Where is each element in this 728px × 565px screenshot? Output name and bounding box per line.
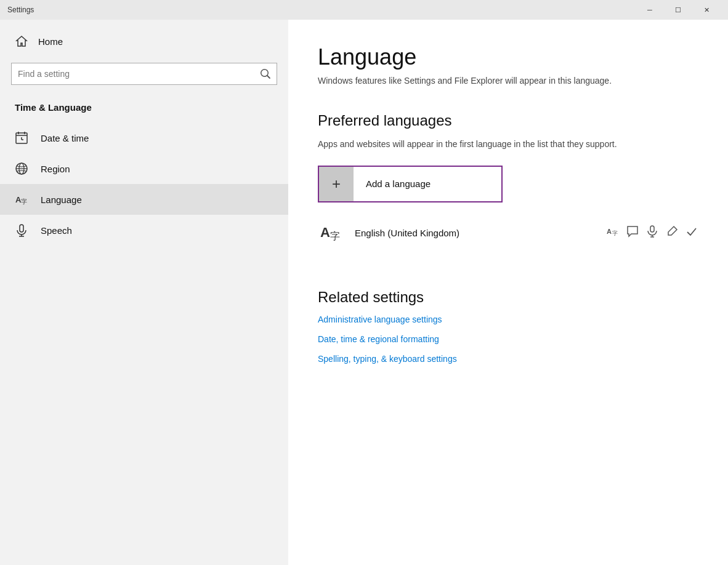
maximize-button[interactable]: ☐	[664, 0, 692, 20]
language-item-name: English (United Kingdom)	[355, 228, 596, 238]
preferred-languages-heading: Preferred languages	[318, 112, 698, 129]
sidebar-item-date-time[interactable]: Date & time	[0, 122, 288, 153]
lang-badge-check	[685, 225, 698, 241]
title-bar: Settings ─ ☐ ✕	[0, 0, 728, 20]
preferred-languages-desc: Apps and websites will appear in the fir…	[318, 138, 698, 151]
svg-text:A: A	[320, 225, 330, 240]
home-icon	[15, 34, 28, 48]
add-language-plus-icon: +	[319, 167, 354, 201]
sidebar-item-language[interactable]: A 字 Language	[0, 184, 288, 215]
home-label: Home	[38, 36, 63, 47]
language-item-icon: A 字	[318, 220, 345, 247]
svg-text:字: 字	[330, 231, 340, 241]
page-title: Language	[318, 44, 698, 70]
sidebar-home-item[interactable]: Home	[0, 25, 288, 58]
lang-badge-keyboard	[665, 225, 679, 241]
region-icon	[15, 162, 28, 175]
related-link-admin[interactable]: Administrative language settings	[318, 315, 698, 324]
region-label: Region	[41, 164, 70, 174]
svg-text:A: A	[607, 228, 612, 235]
sidebar-item-region[interactable]: Region	[0, 153, 288, 184]
sidebar-section-title: Time & Language	[0, 95, 288, 122]
close-button[interactable]: ✕	[692, 0, 721, 20]
add-language-label: Add a language	[354, 178, 443, 189]
lang-badge-speech	[626, 225, 639, 241]
related-link-spelling[interactable]: Spelling, typing, & keyboard settings	[318, 354, 698, 364]
search-input[interactable]	[18, 69, 256, 79]
svg-text:字: 字	[612, 230, 618, 236]
related-settings-section: Related settings Administrative language…	[318, 289, 698, 364]
sidebar-item-speech[interactable]: Speech	[0, 215, 288, 246]
date-time-label: Date & time	[41, 133, 89, 143]
svg-rect-18	[650, 226, 654, 232]
language-label: Language	[41, 194, 82, 205]
related-settings-heading: Related settings	[318, 289, 698, 306]
language-icon: A 字	[15, 193, 28, 206]
speech-label: Speech	[41, 225, 72, 236]
search-icon	[261, 69, 270, 79]
app-title: Settings	[7, 6, 34, 14]
add-language-button[interactable]: + Add a language	[318, 166, 503, 202]
date-time-icon	[15, 131, 28, 145]
app-body: Home Time & Language Dat	[0, 20, 728, 565]
sidebar: Home Time & Language Dat	[0, 20, 288, 565]
window-controls: ─ ☐ ✕	[636, 0, 721, 20]
minimize-button[interactable]: ─	[636, 0, 664, 20]
lang-badge-text: A 字	[606, 225, 620, 241]
language-item-badges: A 字	[606, 225, 698, 241]
speech-icon	[15, 223, 28, 237]
svg-rect-11	[20, 225, 23, 232]
svg-text:字: 字	[21, 198, 27, 205]
related-link-datetime[interactable]: Date, time & regional formatting	[318, 334, 698, 344]
language-item-english-uk: A 字 English (United Kingdom) A 字	[318, 215, 698, 252]
page-subtitle: Windows features like Settings and File …	[318, 75, 698, 87]
main-content: Language Windows features like Settings …	[288, 20, 728, 565]
lang-badge-microphone	[645, 225, 659, 241]
search-box[interactable]	[11, 63, 277, 85]
